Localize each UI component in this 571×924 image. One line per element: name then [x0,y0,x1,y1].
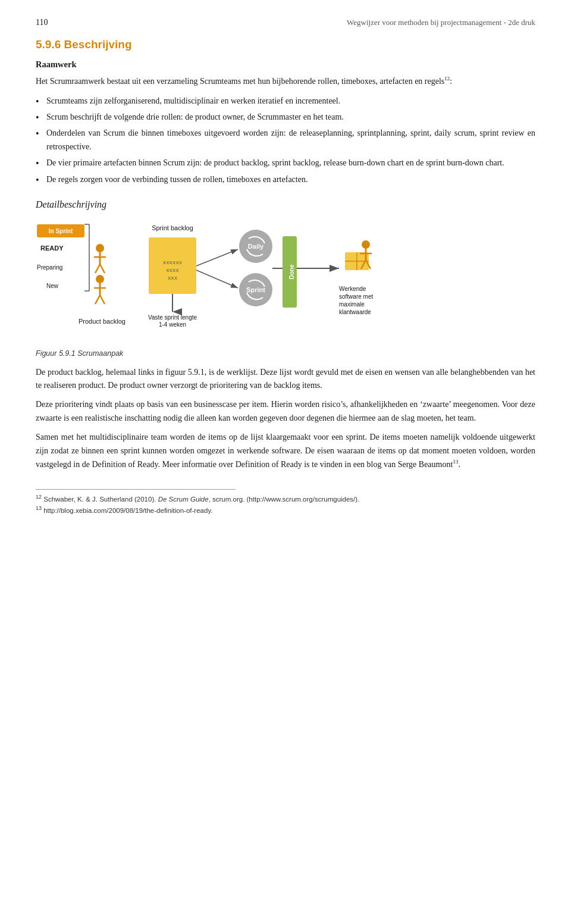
backlog-to-sprint-arrow [196,270,238,288]
person-icon-1 [96,244,104,252]
vaste-sprint-label: Vaste sprint lengte [148,314,197,321]
list-item: Scrumteams zijn zelforganiserend, multid… [36,94,535,108]
in-sprint-label: In Sprint [49,228,73,234]
person-icon-right [362,240,370,249]
footnote-2: 13 http://blog.xebia.com/2009/08/19/the-… [36,505,535,516]
software-met-label: software met [339,293,373,300]
sprint-backlog-items: xxxxxx [163,260,182,266]
person-leg-l-1 [95,264,100,273]
body-paragraph-3: Samen met het multidisciplinaire team wo… [36,431,535,471]
page: 110 Wegwijzer voor methoden bij projectm… [0,0,571,924]
person-leg-l-2 [95,295,100,304]
maximale-label: maximale [339,301,365,308]
intro-paragraph: Het Scrumraamwerk bestaat uit een verzam… [36,74,535,88]
section-heading: 5.9.6 Beschrijving [36,38,535,51]
book-title: Wegwijzer voor methoden bij projectmanag… [347,18,535,27]
figure-caption: Figuur 5.9.1 Scrumaanpak [36,349,535,358]
footnote-divider [36,489,236,490]
figure-number: Figuur 5.9.1 [36,349,76,358]
preparing-label: Preparing [37,264,62,271]
sprint-backlog-items2: xxxx [166,268,179,274]
sprint-backlog-label: Sprint backlog [152,224,193,231]
backlog-to-daily-arrow [196,249,238,266]
raamwerk-subheading: Raamwerk [36,59,535,70]
person-leg-r-1 [100,264,105,273]
person-leg-r-2 [100,295,105,304]
klantwaarde-label: klantwaarde [339,309,371,315]
sprint-label: Sprint [246,286,265,293]
sprint-backlog-items3: xxx [168,275,177,281]
list-item: Onderdelen van Scrum die binnen timeboxe… [36,126,535,154]
detail-heading: Detailbeschrijving [36,199,535,210]
done-label: Done [288,264,295,279]
ready-label: READY [40,245,64,252]
list-item: Scrum beschrijft de volgende drie rollen… [36,110,535,124]
page-header: 110 Wegwijzer voor methoden bij projectm… [36,18,535,27]
list-item: De regels zorgen voor de verbinding tuss… [36,173,535,186]
daily-label: Daily [248,243,264,250]
page-number: 110 [36,18,48,27]
scrum-diagram: In Sprint READY Preparing New [36,220,535,344]
weeks-label: 1-4 weken [159,321,186,328]
body-paragraph-1: De product backlog, helemaal links in fi… [36,366,535,393]
diagram-container: In Sprint READY Preparing New [36,220,535,344]
bullet-list: Scrumteams zijn zelforganiserend, multid… [36,94,535,186]
figure-name: Scrumaanpak [77,349,123,358]
new-label: New [46,283,59,289]
footnotes: 12 Schwaber, K. & J. Sutherland (2010). … [36,493,535,516]
werkende-label: Werkende [339,286,366,292]
product-backlog-label: Product backlog [79,318,126,325]
footnote-1: 12 Schwaber, K. & J. Sutherland (2010). … [36,493,535,505]
list-item: De vier primaire artefacten binnen Scrum… [36,156,535,170]
person-icon-2 [96,275,104,283]
body-paragraph-2: Deze prioritering vindt plaats op basis … [36,398,535,425]
